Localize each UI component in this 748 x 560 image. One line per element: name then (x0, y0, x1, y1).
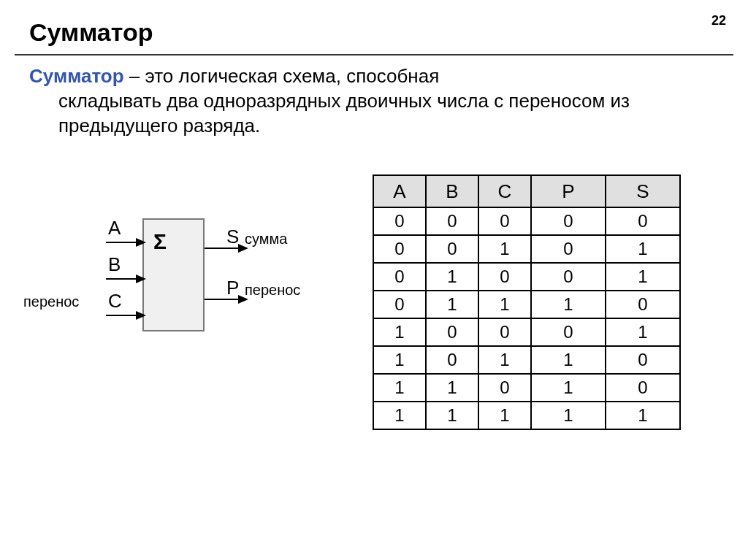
arrow-b-head-icon (136, 275, 146, 283)
table-cell: 0 (426, 346, 478, 374)
table-row: 00000 (373, 207, 680, 235)
input-c-label: C (108, 290, 122, 312)
table-cell: 0 (478, 263, 531, 291)
sigma-symbol: Σ (153, 229, 167, 254)
table-header-row: A B C P S (373, 175, 680, 207)
definition-dash: – (124, 65, 145, 87)
definition-line1: это логическая схема, способная (145, 65, 440, 87)
table-cell: 1 (606, 318, 680, 346)
table-row: 11111 (373, 402, 680, 429)
table-cell: 0 (373, 263, 426, 291)
table-cell: 1 (373, 402, 426, 429)
table-cell: 1 (531, 402, 606, 429)
table-cell: 0 (531, 318, 606, 346)
table-cell: 1 (426, 291, 478, 318)
arrow-b-line (106, 278, 139, 280)
table-row: 10001 (373, 318, 680, 346)
table-cell: 1 (531, 346, 606, 374)
arrow-a-line (106, 242, 139, 243)
input-b-label: B (108, 253, 121, 276)
th-a: A (373, 175, 426, 207)
table-cell: 0 (606, 291, 680, 318)
sigma-box (142, 218, 205, 331)
table-cell: 1 (478, 235, 531, 263)
page-number: 22 (711, 13, 726, 28)
output-p-note: перенос (245, 282, 300, 299)
table-cell: 0 (606, 374, 680, 402)
table-cell: 0 (531, 235, 606, 263)
table-cell: 1 (373, 346, 426, 374)
table-cell: 1 (426, 374, 478, 402)
input-c-note: перенос (23, 294, 79, 310)
table-cell: 0 (478, 374, 531, 402)
th-s: S (606, 175, 680, 207)
truth-table: A B C P S 000000010101001011101000110110… (373, 174, 681, 430)
table-cell: 0 (478, 318, 531, 346)
table-cell: 0 (373, 207, 426, 235)
definition-rest: складывать два одноразрядных двоичных чи… (29, 89, 719, 139)
table-cell: 1 (426, 263, 478, 291)
table-body: 0000000101010010111010001101101101011111 (373, 207, 680, 429)
table-cell: 1 (606, 235, 680, 263)
table-cell: 1 (478, 291, 531, 318)
table-cell: 0 (606, 346, 680, 374)
output-s-label: S (226, 226, 239, 248)
table-cell: 0 (373, 291, 426, 318)
arrow-a-head-icon (136, 238, 146, 247)
table-cell: 0 (531, 263, 606, 291)
output-s-note: сумма (245, 231, 287, 248)
table-cell: 1 (606, 402, 680, 429)
table-cell: 0 (373, 235, 426, 263)
definition-paragraph: Сумматор – это логическая схема, способн… (0, 64, 748, 138)
table-cell: 0 (478, 207, 531, 235)
th-b: B (426, 175, 478, 207)
table-cell: 0 (531, 207, 606, 235)
table-row: 01001 (373, 263, 680, 291)
title-divider (15, 54, 733, 55)
table-cell: 0 (426, 207, 478, 235)
output-p-label: P (226, 277, 239, 299)
table-row: 11010 (373, 374, 680, 402)
table-cell: 0 (426, 318, 478, 346)
table-cell: 1 (426, 402, 478, 429)
table-row: 10110 (373, 346, 680, 374)
table-cell: 1 (606, 263, 680, 291)
table-cell: 1 (531, 374, 606, 402)
table-cell: 0 (426, 235, 478, 263)
adder-diagram: Σ A B C перенос S сумма P перенос (44, 211, 351, 357)
table-row: 00101 (373, 235, 680, 263)
input-a-label: A (108, 217, 121, 239)
th-c: C (478, 175, 531, 207)
table-row: 01110 (373, 291, 680, 318)
table-cell: 1 (478, 346, 531, 374)
page-title: Сумматор (0, 0, 748, 54)
arrow-c-head-icon (136, 311, 146, 320)
table-cell: 1 (373, 374, 426, 402)
th-p: P (531, 175, 606, 207)
table-cell: 0 (606, 207, 680, 235)
table-cell: 1 (373, 318, 426, 346)
table-cell: 1 (531, 291, 606, 318)
table-cell: 1 (478, 402, 531, 429)
arrow-c-line (106, 315, 139, 316)
definition-term: Сумматор (29, 65, 124, 87)
